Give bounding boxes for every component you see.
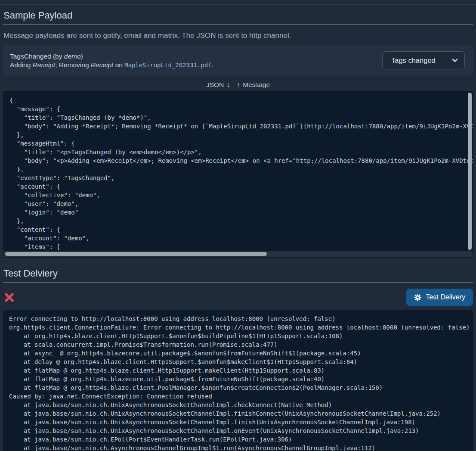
test-delivery-action-row: Test Delivery	[3, 289, 473, 306]
event-type-dropdown-value: Tags changed	[391, 56, 436, 65]
sample-payload-title: Sample Payload	[3, 10, 473, 25]
event-title: TagsChanged (by demo)	[10, 52, 378, 61]
event-title-prefix: TagsChanged (by	[10, 53, 64, 60]
message-toggle-label: Message	[243, 81, 270, 89]
event-tag-added: Receipt	[33, 61, 56, 68]
event-body-text: on	[113, 61, 124, 68]
test-delivery-title: Test Delviery	[3, 268, 473, 283]
sample-payload-description: Message payloads are sent to gotify, ema…	[3, 31, 473, 40]
chevron-down-icon	[452, 58, 458, 62]
event-title-user: demo	[64, 53, 81, 60]
payload-json-block[interactable]: { "message": { "title": "TagsChanged (by…	[3, 92, 473, 255]
page-content: Sample Payload Message payloads are sent…	[0, 10, 476, 451]
delivery-error-panel: Error connecting to http://localhost:800…	[3, 310, 473, 451]
gear-icon	[414, 294, 421, 301]
json-toggle-link[interactable]: JSON ↓	[206, 81, 230, 89]
event-tag-removed: Receipt	[91, 61, 114, 68]
vertical-scrollbar[interactable]	[468, 93, 472, 250]
event-sample-card: TagsChanged (by demo) Adding Receipt; Re…	[3, 46, 473, 75]
delivery-error-log[interactable]: Error connecting to http://localhost:800…	[3, 310, 473, 451]
message-toggle-link[interactable]: ↑ Message	[237, 81, 270, 89]
arrow-down-icon: ↓	[226, 81, 230, 89]
payload-view-toggle: JSON ↓ ↑ Message	[3, 81, 473, 89]
item-file-link[interactable]: MapleSirupLtd_202331.pdf	[124, 62, 211, 68]
test-delivery-button-label: Test Delivery	[426, 293, 465, 301]
arrow-up-icon: ↑	[237, 81, 240, 89]
event-title-suffix: )	[81, 53, 83, 60]
horizontal-scrollbar[interactable]	[5, 252, 267, 256]
delivery-failed-cross-icon	[4, 292, 15, 303]
event-type-dropdown[interactable]: Tags changed	[382, 51, 465, 69]
event-body-text: ; Removing	[55, 61, 91, 68]
test-delivery-button[interactable]: Test Delivery	[406, 289, 473, 306]
event-body: Adding Receipt; Removing Receipt on Mapl…	[10, 61, 378, 69]
event-body-text: .	[212, 61, 213, 68]
top-divider	[0, 4, 476, 5]
payload-json-panel: { "message": { "title": "TagsChanged (by…	[3, 91, 473, 258]
event-body-text: Adding	[10, 61, 33, 68]
json-toggle-label: JSON	[206, 81, 224, 89]
